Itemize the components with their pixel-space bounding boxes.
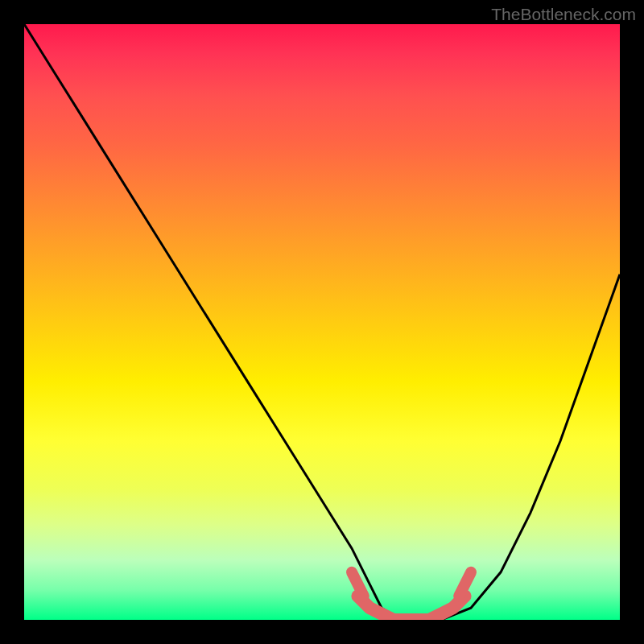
highlight-curve <box>357 596 464 620</box>
main-curve <box>24 24 620 620</box>
chart-container: TheBottleneck.com <box>0 0 644 644</box>
curve-svg <box>24 24 620 620</box>
plot-area <box>24 24 620 620</box>
watermark-text: TheBottleneck.com <box>491 5 636 24</box>
